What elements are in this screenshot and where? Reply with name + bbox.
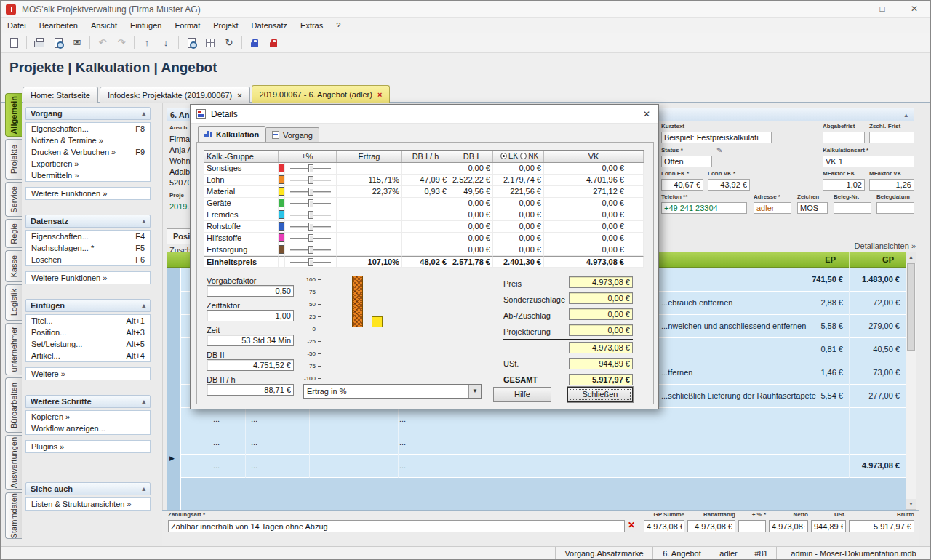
module-tab-service[interactable]: Service (5, 182, 22, 217)
zuschlag-slider[interactable] (285, 256, 337, 268)
col-ertrag[interactable]: Ertrag (337, 151, 402, 162)
zschl-frist-field[interactable] (869, 132, 914, 143)
detailansichten-link[interactable]: Detailansichten » (757, 241, 916, 250)
refresh-button[interactable]: ↻ (220, 34, 238, 52)
sidebar-item-loeschen[interactable]: LöschenF6 (26, 254, 150, 265)
module-tab-projekte[interactable]: Projekte (5, 139, 22, 180)
mail-button[interactable]: ✉ (68, 34, 86, 52)
dialog-tab-vorgang[interactable]: Vorgang (265, 127, 319, 142)
redo-button[interactable]: ↷ (113, 34, 130, 52)
zuschlag-slider[interactable] (285, 233, 337, 244)
mfaktor-vk-field[interactable] (869, 179, 914, 191)
sidebar-item-eigenschaften[interactable]: Eigenschaften...F8 (26, 123, 150, 135)
module-tab-logistik[interactable]: Logistik (5, 284, 22, 321)
close-button[interactable]: ✕ (898, 1, 930, 18)
zuschlag-slider[interactable] (285, 175, 337, 186)
kalk-row-geraete[interactable]: Geräte 0,00 € 0,00 € 0,00 € (204, 198, 644, 209)
print-preview-button[interactable] (49, 34, 67, 52)
grid-row[interactable]: ... ... ... 4.973,08 € (181, 455, 906, 478)
projektierung-field[interactable] (569, 324, 633, 336)
vertical-scrollbar[interactable]: ▲ ▼ (906, 252, 916, 510)
module-tab-bueroarbeiten[interactable]: Büroarbeiten (5, 377, 22, 433)
zuschlag-slider[interactable] (285, 221, 337, 233)
rabatt-prozent-field[interactable] (738, 520, 766, 532)
schliessen-button[interactable]: Schließen (567, 387, 633, 402)
sidebar-item-workflow[interactable]: Workflow anzeigen... (26, 423, 150, 434)
tab-close-icon[interactable]: × (237, 91, 241, 100)
menu-hilfe[interactable]: ? (329, 18, 347, 33)
module-tab-auswertungen[interactable]: Auswertungen (5, 435, 22, 490)
module-tab-allgemein[interactable]: Allgemein (5, 93, 22, 137)
ek-radio[interactable] (500, 153, 507, 159)
menu-datensatz[interactable]: Datensatz (245, 18, 295, 33)
db2-field[interactable] (207, 359, 294, 371)
sidebar-item-uebermitteln[interactable]: Übermitteln » (26, 169, 150, 181)
section-header-vorgang[interactable]: Vorgang▴ (25, 107, 151, 120)
module-tab-kasse[interactable]: Kasse (5, 250, 22, 282)
col-pct[interactable]: ±% (279, 151, 337, 162)
sonderzuschlaege-field[interactable] (569, 292, 633, 304)
module-tab-regie[interactable]: Regie (5, 219, 22, 248)
sidebar-item-notizen[interactable]: Notizen & Termine » (26, 135, 150, 146)
print-button[interactable] (31, 34, 48, 52)
maximize-button[interactable]: □ (866, 1, 898, 18)
lohn-vk-field[interactable] (708, 179, 750, 191)
zuschlag-slider[interactable] (285, 209, 337, 221)
zeichen-field[interactable] (797, 202, 828, 214)
scrollbar-thumb[interactable] (907, 263, 915, 351)
grid-row[interactable]: ... ... ... (181, 431, 906, 455)
scroll-up-icon[interactable]: ▲ (906, 252, 916, 263)
module-tab-unternehmer[interactable]: unternehmer (5, 323, 22, 375)
abgabefrist-field[interactable] (823, 132, 865, 143)
menu-datei[interactable]: Datei (1, 18, 33, 33)
menu-einfuegen[interactable]: Einfügen (124, 18, 168, 33)
minimize-button[interactable]: – (834, 1, 866, 18)
section-header-datensatz[interactable]: Datensatz▴ (25, 215, 151, 228)
grid-row[interactable]: ... ... ... (181, 408, 906, 431)
lock-blue-button[interactable] (246, 34, 263, 52)
chevron-down-icon[interactable]: ▼ (468, 385, 481, 398)
col-dbi[interactable]: DB I (449, 151, 493, 162)
zuschlag-slider[interactable] (285, 198, 337, 209)
sidebar-item-weitere-funktionen[interactable]: Weitere Funktionen » (26, 188, 150, 199)
new-document-button[interactable] (5, 34, 23, 52)
zuschlag-slider[interactable] (285, 163, 337, 175)
dialog-tab-kalkulation[interactable]: Kalkulation (198, 126, 265, 142)
kalk-row-entsorgung[interactable]: Entsorgung 0,00 € 0,00 € 0,00 € (204, 244, 644, 256)
grid-view-button[interactable] (201, 34, 219, 52)
lock-red-button[interactable] (265, 34, 282, 52)
menu-bearbeiten[interactable]: Bearbeiten (33, 18, 84, 33)
menu-extras[interactable]: Extras (294, 18, 329, 33)
sidebar-item-weitere[interactable]: Weitere » (26, 368, 150, 380)
telefon-field[interactable] (661, 202, 747, 214)
kalk-row-hilfsstoffe[interactable]: Hilfsstoffe 0,00 € 0,00 € 0,00 € (204, 233, 644, 244)
beleg-nr-field[interactable] (834, 202, 871, 214)
hilfe-button[interactable]: Hilfe (493, 387, 551, 402)
chart-metric-select[interactable]: Ertrag in % ▼ (303, 384, 482, 399)
section-header-weitere-schritte[interactable]: Weitere Schritte▴ (25, 395, 151, 408)
zeitfaktor-field[interactable] (207, 310, 294, 321)
find-document-button[interactable] (183, 34, 200, 52)
nk-radio[interactable] (520, 153, 527, 159)
lohn-ek-field[interactable] (661, 179, 703, 191)
zeit-field[interactable] (207, 335, 294, 346)
kalk-row-fremdes[interactable]: Fremdes 0,00 € 0,00 € 0,00 € (204, 209, 644, 221)
scroll-down-icon[interactable]: ▼ (906, 499, 916, 509)
navigate-down-button[interactable]: ↓ (157, 34, 175, 52)
menu-format[interactable]: Format (168, 18, 207, 33)
sidebar-item-exportieren[interactable]: Exportieren » (26, 158, 150, 169)
sidebar-item-listen[interactable]: Listen & Strukturansichten » (26, 498, 150, 510)
menu-ansicht[interactable]: Ansicht (84, 18, 124, 33)
section-header-einfuegen[interactable]: Einfügen▴ (25, 299, 151, 312)
sidebar-item-titel[interactable]: Titel...Alt+1 (26, 315, 150, 327)
status-field[interactable] (661, 156, 712, 167)
ab-zuschlag-field[interactable] (569, 308, 633, 320)
sidebar-item-nachschlagen[interactable]: Nachschlagen... *F5 (26, 242, 150, 254)
adresse-field[interactable] (754, 202, 791, 214)
db2h-field[interactable] (207, 384, 294, 396)
kalk-row-material[interactable]: Material 22,37% 0,93 € 49,56 € 221,56 € … (204, 186, 644, 198)
sidebar-item-kopieren[interactable]: Kopieren » (26, 411, 150, 423)
sidebar-item-artikel[interactable]: Artikel...Alt+4 (26, 350, 150, 361)
sidebar-item-position[interactable]: Position...Alt+3 (26, 327, 150, 338)
preis-field[interactable] (569, 276, 633, 288)
